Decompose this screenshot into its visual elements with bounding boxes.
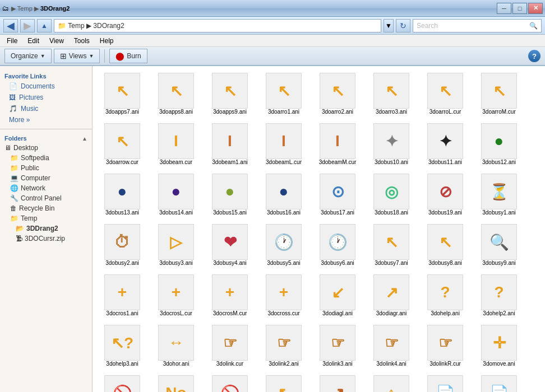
pictures-icon: 🖼 <box>9 94 16 101</box>
file-item[interactable]: ☞3dolink.cur <box>205 323 255 370</box>
file-item[interactable]: ↔3dohor.ani <box>151 323 201 370</box>
views-button[interactable]: ⊞ Views ▼ <box>54 49 100 63</box>
file-item[interactable]: I3dobeam.cur <box>151 121 201 168</box>
file-item[interactable]: ↙3dodiagl.ani <box>312 272 363 319</box>
file-item[interactable]: ☞3dolink2.ani <box>258 323 309 370</box>
address-dropdown[interactable]: ▼ <box>384 19 394 32</box>
close-button[interactable]: ✕ <box>528 3 543 14</box>
sidebar-item-music[interactable]: 🎵 Music <box>0 103 92 114</box>
file-item[interactable]: +3docross.cur <box>258 272 309 319</box>
file-item[interactable]: ▷3dobusy3.ani <box>151 222 201 269</box>
back-button[interactable]: ◀ <box>3 19 18 32</box>
menu-edit[interactable]: Edit <box>23 36 44 46</box>
maximize-button[interactable]: □ <box>512 3 527 14</box>
folder-3ddrang2[interactable]: 📂 3DDrang2 <box>0 223 92 234</box>
public-label: Public <box>21 164 39 172</box>
address-path[interactable]: 📁 Temp ▶ 3DOrang2 <box>54 19 381 32</box>
file-item[interactable]: ↖?3dohelp3.ani <box>97 323 147 370</box>
file-item[interactable]: ✦3dobus11.ani <box>420 121 470 168</box>
file-item[interactable]: ⏳3dobusy1.ani <box>474 171 524 218</box>
file-item[interactable]: ↖3doarrow.cur <box>97 121 147 168</box>
sidebar-item-more[interactable]: More » <box>0 114 92 125</box>
file-icon: ↙ <box>320 274 355 310</box>
folders-header[interactable]: Folders ▲ <box>0 133 92 143</box>
file-item[interactable]: +3docrosM.cur <box>205 272 255 319</box>
file-item[interactable]: ●3dobus12.ani <box>474 121 524 168</box>
folder-public[interactable]: 📁 Public <box>0 163 92 173</box>
file-item[interactable]: ↖3doapps9.ani <box>205 71 255 118</box>
file-item[interactable]: 🚫3dono.ani <box>97 373 147 392</box>
file-item[interactable]: ☞3dolinkR.cur <box>420 323 470 370</box>
file-item[interactable]: ◎3dobus18.ani <box>366 171 417 218</box>
up-button[interactable]: ▲ <box>37 19 52 32</box>
file-item[interactable]: 🕐3dobusy5.ani <box>258 222 309 269</box>
search-box[interactable]: Search 🔍 <box>413 19 542 32</box>
file-name: 3dohor.ani <box>163 361 190 367</box>
file-item[interactable]: ❤3dobusy4.ani <box>205 222 255 269</box>
file-item[interactable]: ?3dohelp.ani <box>420 272 470 319</box>
folder-recycle-bin[interactable]: 🗑 Recycle Bin <box>0 203 92 213</box>
file-item[interactable]: ↖3dobusy7.ani <box>366 222 417 269</box>
file-item[interactable]: +3docrosL.cur <box>151 272 201 319</box>
file-item[interactable]: I3dobeamM.cur <box>312 121 363 168</box>
file-item[interactable]: ↖3doapps8.ani <box>151 71 201 118</box>
file-icon: ? <box>481 274 517 310</box>
file-item[interactable]: ↗3dopen2.ani <box>312 373 363 392</box>
file-item[interactable]: +3docros1.ani <box>97 272 147 319</box>
file-item[interactable]: ↖3doarro2.ani <box>312 71 363 118</box>
menu-view[interactable]: View <box>45 36 68 46</box>
file-item[interactable]: I3dobeamL.cur <box>258 121 309 168</box>
file-item[interactable]: ↖3dopen.ani <box>258 373 309 392</box>
help-button[interactable]: ? <box>528 50 541 62</box>
file-item[interactable]: 🕐3dobusy6.ani <box>312 222 363 269</box>
menu-file[interactable]: File <box>2 36 22 46</box>
file-item[interactable]: ☞3dolink3.ani <box>312 323 363 370</box>
minimize-button[interactable]: ─ <box>497 3 511 14</box>
file-item[interactable]: ●3dobus13.ani <box>97 171 147 218</box>
file-item[interactable]: ↖3doapps7.ani <box>97 71 147 118</box>
file-name: 3docrosM.cur <box>213 310 247 317</box>
file-name: 3dolink2.ani <box>269 361 298 367</box>
menu-tools[interactable]: Tools <box>70 36 94 46</box>
file-item[interactable]: ⏱3dobusy2.ani <box>97 222 147 269</box>
file-item[interactable]: 🔍3dobusy9.ani <box>474 222 524 269</box>
folder-softpedia[interactable]: 📁 Softpedia <box>0 153 92 163</box>
file-item[interactable]: ☞3dolink4.ani <box>366 323 417 370</box>
file-item[interactable]: 🚫3dono3.ani <box>205 373 255 392</box>
file-item[interactable]: ↖3doarroM.cur <box>474 71 524 118</box>
file-item[interactable]: No3dono2.ani <box>151 373 201 392</box>
folder-control-panel[interactable]: 🔧 Control Panel <box>0 193 92 203</box>
file-item[interactable]: ✛3domove.ani <box>474 323 524 370</box>
file-item[interactable]: ●3dobus15.ani <box>205 171 255 218</box>
file-item[interactable]: ●3dobus16.ani <box>258 171 309 218</box>
file-name: 3dobus19.ani <box>428 209 462 216</box>
file-item[interactable]: I3dobeam1.ani <box>205 121 255 168</box>
file-item[interactable]: 📄INSTAL3O... <box>474 373 524 392</box>
refresh-button[interactable]: ↻ <box>396 19 410 32</box>
file-item[interactable]: ↖3doarroL.cur <box>420 71 470 118</box>
file-list-area[interactable]: ↖3doapps7.ani↖3doapps8.ani↖3doapps9.ani↖… <box>93 66 545 392</box>
file-item[interactable]: ↗3dodiagr.ani <box>366 272 417 319</box>
burn-button[interactable]: ⬤ Burn <box>109 49 147 63</box>
folder-3docursr[interactable]: 🗜 3DOCursr.zip <box>0 234 92 244</box>
folder-desktop[interactable]: 🖥 Desktop <box>0 143 92 153</box>
file-item[interactable]: ↕3dovert.ani <box>366 373 417 392</box>
file-item[interactable]: ↖3doarro1.ani <box>258 71 309 118</box>
sidebar-item-documents[interactable]: 📄 Documents <box>0 81 92 92</box>
favorite-links-header[interactable]: Favorite Links <box>0 71 92 81</box>
file-item[interactable]: ↖3dobusy8.ani <box>420 222 470 269</box>
file-item[interactable]: ●3dobus14.ani <box>151 171 201 218</box>
file-item[interactable]: ?3dohelp2.ani <box>474 272 524 319</box>
folder-computer[interactable]: 💻 Computer <box>0 173 92 183</box>
file-item[interactable]: ↖3doarro3.ani <box>366 71 417 118</box>
folder-temp[interactable]: 📁 Temp <box>0 213 92 223</box>
file-item[interactable]: 📄file_id.diz <box>420 373 470 392</box>
file-item[interactable]: ⊘3dobus19.ani <box>420 171 470 218</box>
folder-network[interactable]: 🌐 Network <box>0 183 92 193</box>
menu-help[interactable]: Help <box>95 36 118 46</box>
forward-button[interactable]: ▶ <box>20 19 35 32</box>
sidebar-item-pictures[interactable]: 🖼 Pictures <box>0 92 92 103</box>
organize-button[interactable]: Organize ▼ <box>4 49 52 63</box>
file-item[interactable]: ✦3dobus10.ani <box>366 121 417 168</box>
file-item[interactable]: ⊙3dobus17.ani <box>312 171 363 218</box>
